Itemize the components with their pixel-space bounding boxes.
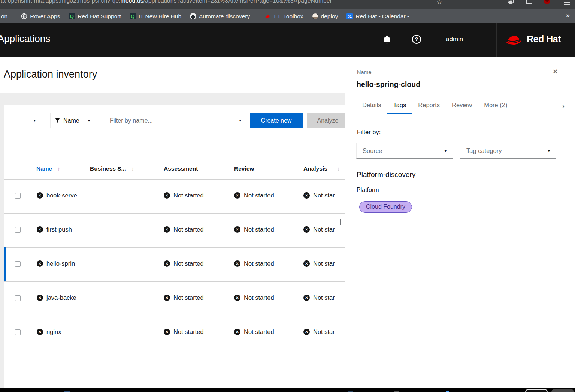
red-fedora-icon [505, 32, 523, 46]
not-started-icon: ✕ [303, 329, 310, 335]
screen: ta-openshift-mta.apps.mig02.rhos-psi.chv… [0, 0, 575, 392]
page-header: Application inventory [0, 57, 345, 93]
notifications-bell-icon[interactable] [382, 35, 391, 46]
quay-icon: Q [69, 13, 75, 19]
row-checkbox[interactable] [15, 261, 21, 267]
assessment-status: ✕Not started [164, 226, 204, 233]
sort-icon[interactable]: ↕ [131, 165, 134, 172]
column-header-assessment: Assessment [164, 165, 198, 172]
drawer-name-label: Name [357, 69, 372, 75]
taskbar-button[interactable] [525, 389, 548, 392]
filter-category-toggle[interactable]: Name ▾ [50, 113, 105, 128]
taskbar [0, 388, 575, 392]
bulk-select-toggle[interactable]: ▾ [12, 113, 41, 128]
tab-reports[interactable]: Reports [412, 102, 446, 114]
globe-icon [21, 13, 27, 19]
app-name-cell[interactable]: ✕hello-sprin [37, 260, 75, 267]
not-started-icon: ✕ [164, 226, 170, 233]
caret-down-icon: ▾ [444, 148, 447, 153]
details-drawer: Name ✕ hello-spring-cloud Details Tags R… [345, 57, 575, 388]
row-checkbox[interactable] [15, 295, 21, 301]
taskbar-button[interactable] [551, 389, 574, 392]
app-name-cell[interactable]: ✕book-serve [37, 192, 77, 199]
assessment-status: ✕Not started [164, 260, 204, 267]
tabs-overflow-chevron-icon[interactable]: › [562, 102, 565, 114]
column-header-name[interactable]: Name↑ [36, 165, 60, 172]
column-header-analysis[interactable]: Analysis↕ [303, 165, 340, 172]
browser-menu-icon[interactable] [564, 0, 570, 4]
sort-ascending-icon[interactable]: ↑ [57, 165, 60, 172]
not-started-icon: ✕ [234, 295, 240, 301]
drawer-resize-handle[interactable] [340, 219, 343, 225]
assessment-status: ✕Not started [164, 192, 204, 199]
not-started-icon: ✕ [164, 192, 170, 199]
table-row[interactable]: ✕nginx ✕Not started ✕Not started ✕Not st… [4, 316, 345, 350]
table-row[interactable]: ✕java-backe ✕Not started ✕Not started ✕N… [4, 282, 345, 316]
table-row[interactable]: ✕first-push ✕Not started ✕Not started ✕N… [4, 214, 345, 248]
tag-category-filter-select[interactable]: Tag category ▾ [460, 143, 556, 159]
assessment-status: ✕Not started [164, 294, 204, 301]
browser-profile-icon[interactable] [508, 0, 514, 4]
tab-review[interactable]: Review [446, 102, 478, 114]
not-started-icon: ✕ [37, 192, 43, 199]
bookmark-item[interactable]: on... [1, 13, 12, 20]
analyze-button[interactable]: Analyze [307, 113, 345, 128]
caret-down-icon: ▾ [548, 148, 550, 153]
url-text[interactable]: ta-openshift-mta.apps.mig02.rhos-psi.chv… [1, 0, 435, 4]
filter-by-label: Filter by: [357, 129, 381, 136]
table-row-selected[interactable]: ✕hello-sprin ✕Not started ✕Not started ✕… [4, 248, 345, 282]
review-status: ✕Not started [234, 328, 274, 335]
app-name-cell[interactable]: ✕first-push [37, 226, 72, 233]
not-started-icon: ✕ [303, 192, 310, 199]
sort-icon[interactable]: ↕ [337, 165, 340, 172]
create-new-button[interactable]: Create new [250, 113, 303, 128]
application-inventory-card: ▾ Name ▾ ▾ Create new Analyze Name↑ Busi… [4, 105, 345, 388]
table-header: Name↑ Business S...↕ Assessment Review A… [4, 159, 345, 179]
column-header-review: Review [234, 165, 254, 172]
masthead: Applications ? admin▾ Red Hat [0, 23, 575, 57]
bulk-select-checkbox[interactable] [17, 118, 22, 123]
analysis-status: ✕Not star [303, 226, 335, 233]
row-checkbox[interactable] [15, 227, 21, 233]
app-name-cell[interactable]: ✕nginx [37, 328, 61, 335]
drawer-app-name: hello-spring-cloud [357, 80, 420, 89]
filter-by-name-input[interactable] [110, 117, 239, 124]
help-icon[interactable]: ? [412, 35, 421, 44]
not-started-icon: ✕ [37, 295, 43, 301]
bookmark-item[interactable]: Rover Apps [21, 13, 60, 20]
bookmarks-overflow-chevron[interactable]: » [566, 11, 569, 19]
not-started-icon: ✕ [37, 226, 43, 233]
not-started-icon: ✕ [234, 260, 240, 267]
redhat-extension-icon[interactable] [544, 0, 550, 4]
tab-more[interactable]: More (2) [478, 102, 513, 114]
row-checkbox[interactable] [15, 329, 21, 335]
browser-address-bar[interactable]: ta-openshift-mta.apps.mig02.rhos-psi.chv… [0, 0, 575, 9]
user-menu[interactable]: admin▾ [446, 36, 473, 43]
app-name-cell[interactable]: ✕java-backe [37, 294, 76, 301]
extensions-icon[interactable] [526, 0, 532, 4]
bookmark-item[interactable]: Q IT New Hire Hub [130, 13, 181, 20]
bookmark-item[interactable]: deploy [312, 13, 338, 20]
not-started-icon: ✕ [164, 295, 170, 301]
column-header-business-service[interactable]: Business S...↕ [90, 165, 134, 172]
table-row[interactable]: ✕book-serve ✕Not started ✕Not started ✕N… [4, 180, 345, 214]
review-status: ✕Not started [234, 192, 274, 199]
row-checkbox[interactable] [15, 193, 21, 199]
close-icon[interactable]: ✕ [553, 68, 558, 76]
not-started-icon: ✕ [234, 329, 240, 335]
source-filter-select[interactable]: Source ▾ [356, 143, 453, 159]
tab-details[interactable]: Details [356, 102, 387, 114]
tab-tags[interactable]: Tags [387, 102, 412, 114]
bookmark-item[interactable]: Automate discovery ... [190, 13, 256, 20]
bookmarks-bar: on... Rover Apps Q Red Hat Support Q IT … [0, 9, 575, 23]
tag-label-cloud-foundry: Cloud Foundry [359, 201, 412, 213]
tag-source-section-title: Platform-discovery [357, 171, 415, 179]
not-started-icon: ✕ [303, 295, 310, 301]
bookmark-item[interactable]: I.T. Toolbox [265, 13, 303, 20]
bookmark-item[interactable]: Q Red Hat Support [69, 13, 121, 20]
not-started-icon: ✕ [303, 260, 310, 267]
masthead-divider [435, 23, 435, 57]
bookmark-item[interactable]: 31 Red Hat - Calendar - ... [346, 13, 415, 20]
caret-down-icon[interactable]: ▾ [239, 118, 241, 123]
bookmark-star-icon[interactable]: ☆ [436, 0, 442, 6]
